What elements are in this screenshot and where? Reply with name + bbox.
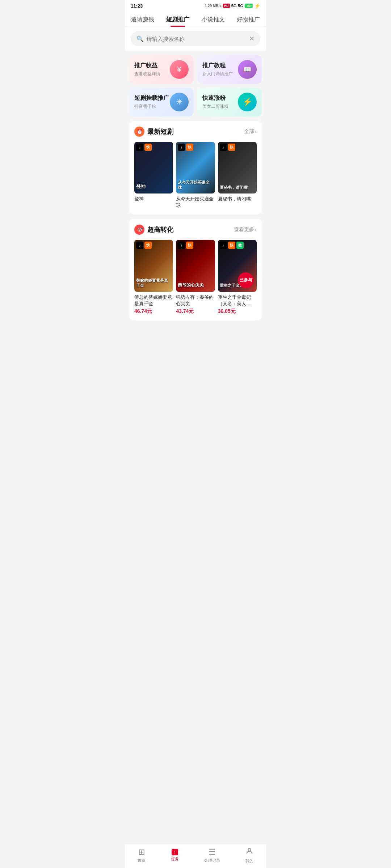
- tiktok-icon-5: ♪: [178, 242, 185, 249]
- status-hd: HD: [223, 4, 230, 8]
- feature-tutorial-icon: 📖: [238, 60, 257, 79]
- search-container: 🔍 ✕: [125, 27, 266, 51]
- latest-dramas-grid: ♪ 快 登神 登神 ♪ 快 从今天开始买遍全球 从今天开始买遍全球: [134, 142, 257, 209]
- drama-platforms-2: ♪ 快: [178, 144, 193, 151]
- conversion-platforms-2: ♪ 快: [178, 242, 193, 249]
- feature-grow-fans-icon: ⚡: [238, 93, 257, 111]
- conversion-title-2: 强势占有：秦爷的心尖尖: [176, 294, 215, 307]
- high-conversion-header: 🎯 超高转化 查看更多 ›: [134, 225, 257, 235]
- status-time: 11:23: [131, 3, 143, 9]
- conversion-thumb-2: ♪ 快 秦爷的心尖尖: [176, 240, 215, 292]
- tiktok-icon-3: ♪: [220, 144, 227, 151]
- feature-grid: 推广收益 查看收益详情 ¥ 推广教程 新入门详情推广 📖 短剧挂载推广 抖音需千…: [129, 55, 262, 116]
- feature-drama-promo-title: 短剧挂载推广: [134, 94, 169, 102]
- drama-thumb-text-2: 从今天开始买遍全球: [178, 180, 213, 190]
- feature-grow-fans-title: 快速涨粉: [202, 94, 228, 102]
- feature-drama-promo-icon: ✳: [170, 93, 189, 111]
- tiktok-icon-4: ♪: [136, 242, 143, 249]
- conversion-price-1: 46.74元: [134, 308, 173, 315]
- tiktok-icon-6: ♪: [220, 242, 227, 249]
- drama-title-2: 从今天开始买遍全球: [176, 196, 215, 209]
- feature-drama-promo-sub: 抖音需千粉: [134, 103, 169, 110]
- top-tabs: 邀请赚钱 短剧推广 小说推文 好物推广: [125, 10, 266, 27]
- kuaishou-icon-6: 快: [228, 242, 235, 249]
- tab-invite[interactable]: 邀请赚钱: [127, 13, 159, 26]
- drama-thumb-1: ♪ 快 登神: [134, 142, 173, 193]
- feature-card-earnings[interactable]: 推广收益 查看收益详情 ¥: [129, 55, 194, 84]
- latest-dramas-section: ⏰ 最新短剧 全部 › ♪ 快 登神 登神: [129, 121, 262, 214]
- drama-item-2[interactable]: ♪ 快 从今天开始买遍全球 从今天开始买遍全球: [176, 142, 215, 209]
- search-bar: 🔍 ✕: [131, 31, 260, 46]
- battery-icon: 30: [245, 4, 253, 8]
- feature-earnings-icon: ¥: [170, 60, 189, 79]
- wechat-icon: 微: [236, 242, 244, 249]
- drama-thumb-2: ♪ 快 从今天开始买遍全球: [176, 142, 215, 193]
- conversion-item-3[interactable]: ♪ 快 微 重生之千金毒妃 已参与 重生之千金毒妃（又名：美人… 36.05元: [218, 240, 257, 315]
- conversion-thumb-text-1: 替嫁的娇妻竟是真千金: [136, 278, 171, 288]
- feature-earnings-title: 推广收益: [134, 62, 160, 69]
- conversion-title-3: 重生之千金毒妃（又名：美人…: [218, 294, 257, 307]
- feature-tutorial-title: 推广教程: [202, 62, 233, 69]
- feature-card-drama-promo[interactable]: 短剧挂载推广 抖音需千粉 ✳: [129, 88, 194, 116]
- conversion-platforms-1: ♪ 快: [136, 242, 152, 249]
- conversion-thumb-text-2: 秦爷的心尖尖: [178, 282, 213, 288]
- drama-title-3: 夏秘书，请闭嘴: [218, 196, 257, 202]
- feature-tutorial-sub: 新入门详情推广: [202, 71, 233, 77]
- high-conversion-section: 🎯 超高转化 查看更多 › ♪ 快 替嫁的娇妻竟是真千金 傅总的替嫁娇妻竟是真千…: [129, 219, 262, 320]
- conversion-item-2[interactable]: ♪ 快 秦爷的心尖尖 强势占有：秦爷的心尖尖 43.74元: [176, 240, 215, 315]
- status-speed: 1.20 MB/s: [205, 4, 221, 8]
- latest-dramas-header: ⏰ 最新短剧 全部 ›: [134, 127, 257, 137]
- high-conversion-title: 超高转化: [147, 225, 173, 234]
- drama-thumb-text-1: 登神: [136, 184, 171, 190]
- drama-platforms-1: ♪ 快: [136, 144, 152, 151]
- kuaishou-icon-4: 快: [144, 242, 152, 249]
- status-right: 1.20 MB/s HD 5G 5G 30 ⚡: [205, 3, 260, 9]
- conversion-price-3: 36.05元: [218, 308, 257, 315]
- status-network1: 5G: [231, 4, 237, 8]
- high-conversion-icon: 🎯: [134, 225, 144, 235]
- conversion-price-2: 43.74元: [176, 308, 215, 315]
- feature-card-tutorial[interactable]: 推广教程 新入门详情推广 📖: [197, 55, 262, 84]
- latest-dramas-icon: ⏰: [134, 127, 144, 137]
- conversion-thumb-3: ♪ 快 微 重生之千金毒妃 已参与: [218, 240, 257, 292]
- clear-icon[interactable]: ✕: [249, 35, 255, 43]
- drama-thumb-text-3: 夏秘书，请闭嘴: [220, 185, 255, 190]
- drama-item-3[interactable]: ♪ 快 夏秘书，请闭嘴 夏秘书，请闭嘴: [218, 142, 257, 209]
- latest-dramas-title: 最新短剧: [147, 127, 173, 136]
- high-conversion-more[interactable]: 查看更多 ›: [234, 226, 257, 233]
- status-bar: 11:23 1.20 MB/s HD 5G 5G 30 ⚡: [125, 0, 266, 10]
- kuaishou-icon-5: 快: [186, 242, 193, 249]
- tab-goods[interactable]: 好物推广: [232, 13, 264, 26]
- search-icon: 🔍: [136, 35, 144, 42]
- kuaishou-icon-2: 快: [186, 144, 193, 151]
- conversion-title-1: 傅总的替嫁娇妻竟是真千金: [134, 294, 173, 307]
- feature-earnings-sub: 查看收益详情: [134, 71, 160, 77]
- tiktok-icon: ♪: [136, 144, 143, 151]
- drama-platforms-3: ♪ 快: [220, 144, 235, 151]
- drama-item-1[interactable]: ♪ 快 登神 登神: [134, 142, 173, 209]
- kuaishou-icon: 快: [144, 144, 152, 151]
- drama-title-1: 登神: [134, 196, 173, 202]
- tab-novel[interactable]: 小说推文: [197, 13, 229, 26]
- latest-dramas-more[interactable]: 全部 ›: [244, 128, 257, 135]
- tiktok-icon-2: ♪: [178, 144, 185, 151]
- drama-thumb-3: ♪ 快 夏秘书，请闭嘴: [218, 142, 257, 193]
- tab-drama[interactable]: 短剧推广: [162, 13, 194, 26]
- main-content: 推广收益 查看收益详情 ¥ 推广教程 新入门详情推广 📖 短剧挂载推广 抖音需千…: [125, 51, 266, 349]
- conversion-thumb-1: ♪ 快 替嫁的娇妻竟是真千金: [134, 240, 173, 292]
- status-network2: 5G: [238, 4, 243, 8]
- kuaishou-icon-3: 快: [228, 144, 235, 151]
- conversion-item-1[interactable]: ♪ 快 替嫁的娇妻竟是真千金 傅总的替嫁娇妻竟是真千金 46.74元: [134, 240, 173, 315]
- feature-grow-fans-sub: 美女二剪涨粉: [202, 103, 228, 110]
- conversion-platforms-3: ♪ 快 微: [220, 242, 244, 249]
- joined-badge: 已参与: [238, 272, 254, 288]
- lightning-icon: ⚡: [254, 3, 260, 9]
- feature-card-grow-fans[interactable]: 快速涨粉 美女二剪涨粉 ⚡: [197, 88, 262, 116]
- high-conversion-grid: ♪ 快 替嫁的娇妻竟是真千金 傅总的替嫁娇妻竟是真千金 46.74元 ♪ 快 秦…: [134, 240, 257, 315]
- search-input[interactable]: [147, 36, 246, 42]
